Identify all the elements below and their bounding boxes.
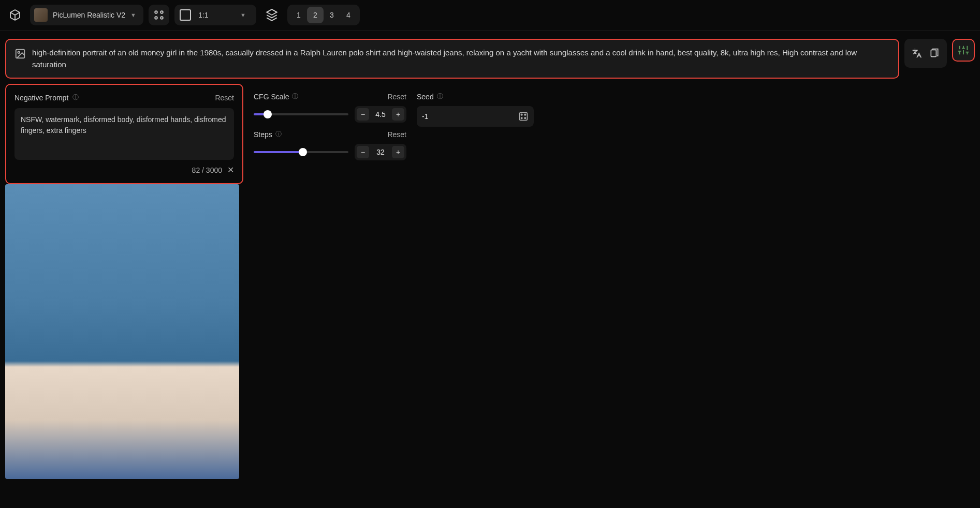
steps-value[interactable]: 32 [371,148,390,156]
dice-icon[interactable] [518,111,529,122]
slider-thumb[interactable] [264,110,272,118]
layers-button[interactable] [261,5,282,25]
batch-4[interactable]: 4 [340,7,357,23]
image-icon [14,48,26,59]
steps-plus[interactable]: + [392,146,404,158]
steps-minus[interactable]: − [357,146,369,158]
svg-rect-16 [520,113,528,121]
svg-point-0 [155,11,157,13]
plugins-button[interactable] [149,5,169,25]
svg-point-1 [160,11,163,13]
cfg-slider[interactable] [254,113,348,115]
ratio-icon [180,9,191,21]
svg-point-5 [18,51,20,53]
model-selector[interactable]: PicLumen Realistic V2 ▼ [30,5,143,25]
home-button[interactable] [5,5,25,25]
seed-label: Seed [417,93,434,101]
svg-point-20 [524,117,526,119]
cfg-plus[interactable]: + [392,108,404,121]
batch-1[interactable]: 1 [290,7,307,23]
neg-prompt-input[interactable]: NSFW, watermark, disformed body, disform… [14,108,234,160]
svg-rect-6 [931,50,936,56]
neg-prompt-text: NSFW, watermark, disformed body, disform… [21,115,226,135]
svg-point-17 [521,114,522,115]
batch-count-selector: 1 2 3 4 [287,5,360,25]
negative-prompt-panel: Negative Prompt ⓘ Reset NSFW, watermark,… [5,84,243,184]
chevron-down-icon: ▼ [130,12,136,18]
cfg-label: CFG Scale [254,93,289,101]
help-icon[interactable]: ⓘ [275,130,282,139]
neg-prompt-reset[interactable]: Reset [215,94,234,102]
chevron-down-icon: ▼ [240,12,246,18]
neg-prompt-count: 82 / 3000 [192,166,222,174]
svg-point-3 [160,17,163,19]
batch-3[interactable]: 3 [324,7,340,23]
generated-image[interactable] [5,184,239,479]
svg-point-19 [521,117,522,119]
steps-reset[interactable]: Reset [387,130,406,139]
copy-prompt-icon[interactable] [929,48,940,58]
sliders-icon [958,44,969,56]
batch-2[interactable]: 2 [307,7,324,23]
model-thumbnail [34,8,48,22]
prompt-tools [904,39,947,68]
cfg-value[interactable]: 4.5 [371,110,390,118]
help-icon[interactable]: ⓘ [72,93,79,102]
neg-prompt-label: Negative Prompt [14,94,68,102]
svg-point-2 [155,17,157,19]
svg-point-18 [524,114,526,115]
slider-thumb[interactable] [299,148,307,156]
seed-input[interactable] [422,112,514,121]
aspect-ratio-selector[interactable]: 1:1 ▼ [174,5,256,25]
help-icon[interactable]: ⓘ [292,92,298,101]
cfg-reset[interactable]: Reset [387,93,406,101]
clear-icon[interactable]: ✕ [227,165,234,175]
ratio-label: 1:1 [198,11,208,19]
steps-label: Steps [254,130,272,139]
prompt-input[interactable]: high-definition portrait of an old money… [5,39,899,79]
translate-icon[interactable] [912,48,922,58]
prompt-text: high-definition portrait of an old money… [32,47,890,70]
steps-slider[interactable] [254,151,348,153]
advanced-settings-button[interactable] [952,39,975,62]
help-icon[interactable]: ⓘ [437,92,443,101]
model-name: PicLumen Realistic V2 [53,11,125,19]
cfg-minus[interactable]: − [357,108,369,121]
